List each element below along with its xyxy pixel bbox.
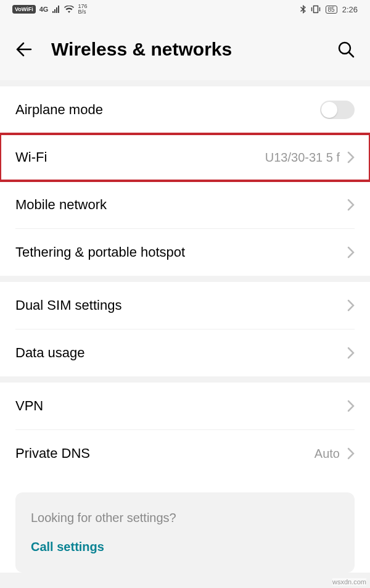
footer-card: Looking for other settings? Call setting… <box>15 492 355 573</box>
row-label: Private DNS <box>15 445 314 462</box>
footer-prompt: Looking for other settings? <box>31 511 339 525</box>
chevron-right-icon <box>347 199 355 211</box>
network-gen: 4G <box>39 6 49 13</box>
row-label: Data usage <box>15 345 340 361</box>
header: Wireless & networks <box>0 19 370 80</box>
row-label: Wi-Fi <box>15 149 265 165</box>
row-vpn[interactable]: VPN <box>0 383 370 429</box>
vibrate-icon <box>311 5 321 14</box>
chevron-right-icon <box>347 400 355 412</box>
row-private-dns[interactable]: Private DNS Auto <box>0 430 370 477</box>
back-icon[interactable] <box>15 41 33 58</box>
status-left: VoWiFi 4G 176 B/s <box>12 4 87 15</box>
signal-icon <box>52 6 60 13</box>
chevron-right-icon <box>347 447 355 460</box>
data-speed: 176 B/s <box>78 4 87 15</box>
row-label: Mobile network <box>15 197 340 213</box>
search-icon[interactable] <box>337 41 355 58</box>
row-dual-sim[interactable]: Dual SIM settings <box>0 282 370 329</box>
toggle-knob <box>321 102 337 118</box>
chevron-right-icon <box>347 347 355 359</box>
watermark: wsxdn.com <box>332 578 366 586</box>
page-title: Wireless & networks <box>51 39 319 60</box>
chevron-right-icon <box>347 299 355 312</box>
battery-badge: 85 <box>326 6 337 14</box>
row-label: Dual SIM settings <box>15 297 340 313</box>
row-label: Airplane mode <box>15 102 320 118</box>
wifi-value: U13/30-31 5 f <box>265 151 340 165</box>
wifi-icon <box>64 6 74 13</box>
row-label: VPN <box>15 398 340 414</box>
row-data-usage[interactable]: Data usage <box>0 329 370 376</box>
section-advanced: VPN Private DNS Auto Looking for other s… <box>0 383 370 573</box>
airplane-toggle[interactable] <box>320 101 355 119</box>
private-dns-value: Auto <box>314 447 340 461</box>
chevron-right-icon <box>347 151 355 164</box>
status-bar: VoWiFi 4G 176 B/s 85 2:26 <box>0 0 370 19</box>
section-main: Airplane mode Wi-Fi U13/30-31 5 f Mobile… <box>0 86 370 276</box>
chevron-right-icon <box>347 246 355 259</box>
section-sim: Dual SIM settings Data usage <box>0 282 370 376</box>
status-time: 2:26 <box>342 5 358 14</box>
row-wifi[interactable]: Wi-Fi U13/30-31 5 f <box>0 134 370 181</box>
bluetooth-icon <box>300 5 306 14</box>
row-airplane-mode[interactable]: Airplane mode <box>0 86 370 133</box>
row-mobile-network[interactable]: Mobile network <box>0 181 370 228</box>
call-settings-link[interactable]: Call settings <box>31 540 339 554</box>
vowifi-badge: VoWiFi <box>12 5 36 14</box>
row-label: Tethering & portable hotspot <box>15 244 340 260</box>
status-right: 85 2:26 <box>300 5 358 14</box>
row-tethering[interactable]: Tethering & portable hotspot <box>0 229 370 276</box>
